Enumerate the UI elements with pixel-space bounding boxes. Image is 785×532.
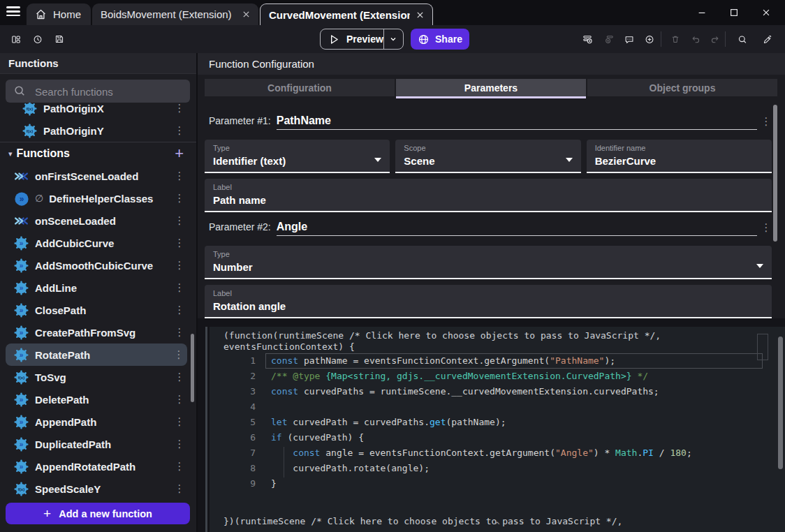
minimize-icon[interactable] bbox=[693, 4, 711, 21]
function-item[interactable]: »DuplicatedPath⋮ bbox=[0, 433, 196, 455]
svg-text:»: » bbox=[20, 262, 24, 269]
tab-parameters[interactable]: Parameters bbox=[396, 79, 586, 96]
label-field[interactable]: Label Rotation angle bbox=[205, 285, 772, 318]
overflow-menu-icon[interactable]: ⋮ bbox=[173, 124, 186, 137]
overflow-menu-icon[interactable]: ⋮ bbox=[173, 438, 186, 450]
overflow-menu-icon[interactable]: ⋮ bbox=[172, 348, 186, 361]
panel-layout-icon[interactable] bbox=[7, 30, 25, 48]
maximize-icon[interactable] bbox=[725, 4, 743, 21]
overflow-menu-icon[interactable]: ⋮ bbox=[173, 103, 186, 114]
toolbar-divider bbox=[725, 31, 726, 47]
function-item[interactable]: f(x)PathOriginY⋮ bbox=[0, 119, 196, 142]
code-line[interactable]: 6if (curvedPath) { bbox=[210, 430, 785, 445]
overflow-menu-icon[interactable]: ⋮ bbox=[173, 326, 186, 339]
parameter-2-heading: Parameter #2: Angle ⋮ bbox=[209, 219, 775, 236]
overflow-menu-icon[interactable]: ⋮ bbox=[173, 170, 186, 182]
code-line[interactable]: 8 curvedPath.rotate(angle); bbox=[210, 461, 785, 476]
add-function-plus-icon[interactable]: + bbox=[170, 144, 188, 163]
code-line[interactable]: 4 bbox=[210, 399, 785, 415]
function-label: AddLine bbox=[35, 282, 77, 294]
search-input[interactable] bbox=[34, 80, 184, 104]
function-item[interactable]: »AppendRotatedPath⋮ bbox=[0, 455, 196, 478]
close-window-icon[interactable] bbox=[757, 4, 775, 21]
circle-plus-icon[interactable] bbox=[640, 30, 659, 48]
type-select[interactable]: Type Number bbox=[205, 246, 772, 279]
functions-section-header[interactable]: ▾ Functions + bbox=[0, 142, 196, 165]
code-header[interactable]: (function(runtimeScene /* Click here to … bbox=[223, 330, 661, 353]
function-label: AddCubicCurve bbox=[35, 237, 114, 249]
code-line[interactable]: 1const pathName = eventsFunctionContext.… bbox=[210, 353, 785, 369]
function-item[interactable]: »AddCubicCurve⋮ bbox=[0, 232, 196, 254]
tab-home[interactable]: Home bbox=[27, 3, 91, 25]
preview-button[interactable]: Preview bbox=[320, 29, 404, 50]
overflow-menu-icon[interactable]: ⋮ bbox=[173, 371, 186, 383]
overflow-menu-icon[interactable]: ⋮ bbox=[173, 192, 186, 205]
function-item[interactable]: »∅DefineHelperClasses⋮ bbox=[0, 187, 196, 209]
overflow-menu-icon[interactable]: ⋮ bbox=[173, 482, 186, 495]
function-item[interactable]: »AddSmoothCubicCurve⋮ bbox=[0, 254, 196, 276]
identifier-name-field[interactable]: Identifier name BezierCurve bbox=[587, 140, 772, 173]
code-line[interactable]: 5let curvedPath = curvedPaths.get(pathNa… bbox=[210, 415, 785, 430]
sidebar-scrollbar[interactable] bbox=[191, 334, 194, 402]
search-box[interactable] bbox=[6, 80, 190, 103]
close-tab-icon[interactable] bbox=[242, 10, 250, 18]
parameter-1-heading: Parameter #1: PathName ⋮ bbox=[209, 113, 775, 130]
redo-icon[interactable] bbox=[706, 30, 724, 48]
trash-icon[interactable] bbox=[666, 30, 684, 48]
comment-icon[interactable] bbox=[620, 30, 638, 48]
collapse-editor-caret[interactable]: ^ bbox=[494, 520, 500, 531]
overflow-menu-icon[interactable]: ⋮ bbox=[173, 415, 186, 428]
tab-configuration[interactable]: Configuration bbox=[205, 79, 395, 96]
function-item[interactable]: »AppendPath⋮ bbox=[0, 411, 196, 433]
share-button[interactable]: Share bbox=[411, 29, 469, 50]
search-icon[interactable] bbox=[733, 30, 751, 48]
function-item[interactable]: onSceneLoaded⋮ bbox=[0, 209, 196, 232]
code-footer-line[interactable]: })(runtimeScene /* Click here to choose … bbox=[223, 516, 622, 527]
function-item[interactable]: onFirstSceneLoaded⋮ bbox=[0, 165, 196, 187]
function-item[interactable]: »DeletePath⋮ bbox=[0, 388, 196, 411]
menu-icon[interactable] bbox=[6, 6, 22, 19]
field-value: Identifier (text) bbox=[213, 155, 286, 167]
add-event-icon[interactable] bbox=[578, 30, 596, 48]
overflow-menu-icon[interactable]: ⋮ bbox=[173, 237, 186, 249]
function-item[interactable]: »RotatePath⋮ bbox=[6, 343, 187, 366]
code-line[interactable]: 3const curvedPaths = runtimeScene.__curv… bbox=[210, 384, 785, 399]
svg-text:»: » bbox=[20, 463, 24, 471]
preview-dropdown-icon[interactable] bbox=[383, 29, 403, 49]
function-item[interactable]: »CreatePathFromSvg⋮ bbox=[0, 321, 196, 343]
code-line[interactable]: 7 const angle = eventsFunctionContext.ge… bbox=[210, 445, 785, 461]
add-new-function-button[interactable]: + Add a new function bbox=[6, 503, 190, 524]
function-item[interactable]: f(x)ToSvg⋮ bbox=[0, 366, 196, 388]
tab-object-groups[interactable]: Object groups bbox=[587, 79, 777, 96]
parameter-name-input[interactable]: PathName bbox=[277, 114, 757, 130]
undo-icon[interactable] bbox=[687, 30, 705, 48]
overflow-menu-icon[interactable]: ⋮ bbox=[173, 304, 186, 316]
function-item[interactable]: »ClosePath⋮ bbox=[0, 299, 196, 321]
parameters-scrollbar[interactable] bbox=[773, 105, 777, 242]
parameter-name-input[interactable]: Angle bbox=[277, 221, 757, 236]
add-subevent-icon[interactable] bbox=[600, 30, 618, 48]
label-field[interactable]: Label Path name bbox=[205, 179, 772, 212]
overflow-menu-icon[interactable]: ⋮ bbox=[173, 259, 186, 272]
function-item[interactable]: f(x)SpeedScaleY⋮ bbox=[0, 478, 196, 500]
overflow-menu-icon[interactable]: ⋮ bbox=[173, 460, 186, 473]
extension-edit-icon[interactable] bbox=[758, 30, 777, 48]
tab-curvedmovement[interactable]: CurvedMovement (Extension) bbox=[260, 3, 433, 26]
tab-boidsmovement[interactable]: BoidsMovement (Extension) bbox=[92, 3, 258, 25]
code-line[interactable]: 2/** @type {Map<string, gdjs.__curvedMov… bbox=[210, 369, 785, 384]
overflow-menu-icon[interactable]: ⋮ bbox=[173, 281, 186, 294]
code-line[interactable]: 9} bbox=[210, 476, 785, 492]
overflow-menu-icon[interactable]: ⋮ bbox=[173, 393, 186, 406]
function-item[interactable]: f(x)PathOriginX⋮ bbox=[0, 103, 196, 119]
scope-select[interactable]: Scope Scene bbox=[395, 140, 580, 173]
type-select[interactable]: Type Identifier (text) bbox=[205, 140, 390, 173]
overflow-menu-icon[interactable]: ⋮ bbox=[173, 214, 186, 227]
save-icon[interactable] bbox=[50, 30, 68, 48]
editor-scrollbar[interactable] bbox=[778, 337, 783, 469]
field-value: Rotation angle bbox=[213, 300, 286, 312]
code-area[interactable]: (function(runtimeScene /* Click here to … bbox=[210, 327, 785, 532]
preview-main[interactable]: Preview bbox=[321, 29, 383, 49]
history-icon[interactable] bbox=[29, 30, 47, 48]
function-item[interactable]: »AddLine⋮ bbox=[0, 276, 196, 299]
close-tab-icon[interactable] bbox=[416, 11, 424, 19]
